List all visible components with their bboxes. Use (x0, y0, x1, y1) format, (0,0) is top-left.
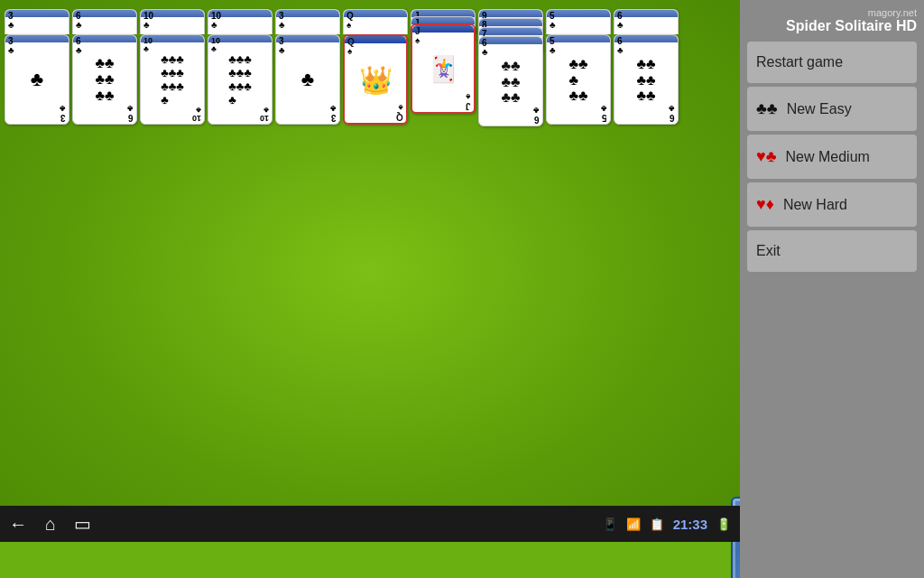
recents-button[interactable]: ▭ (74, 513, 91, 535)
card-column-4[interactable]: 10♣ 10♣ ♣♣♣♣♣♣♣♣♣♣ 10♣ (208, 9, 273, 126)
restart-button[interactable]: Restart game (747, 42, 917, 83)
back-button[interactable]: ← (9, 514, 27, 535)
signal-icon: 📶 (626, 517, 641, 531)
card-full: 5♣ ♣♣♣♣♣ 5♣ (546, 34, 611, 125)
exit-button[interactable]: Exit (747, 230, 917, 272)
clock: 21:33 (673, 517, 707, 532)
hard-icon: ♥♦ (756, 195, 774, 214)
new-easy-button[interactable]: ♣♣ New Easy (747, 87, 917, 131)
restart-label: Restart game (756, 54, 843, 70)
app-title-bar: magory.net Spider Solitaire HD (747, 7, 917, 34)
battery-icon: 🔋 (716, 517, 731, 531)
card-queen: Q♠ 👑 Q♠ (343, 34, 408, 125)
card-peek: 10♣ (208, 9, 273, 34)
card-column-1[interactable]: 3♣ 3♣ ♣ 3♣ (5, 9, 69, 126)
card-full: 10♣ ♣♣♣♣♣♣♣♣♣♣ 10♣ (140, 34, 205, 125)
card-peek: 6♣ (614, 9, 679, 34)
new-medium-label: New Medium (786, 149, 870, 165)
home-button[interactable]: ⌂ (45, 514, 56, 535)
card-full: 3♣ ♣ 3♣ (275, 34, 340, 125)
medium-icon: ♥♣ (756, 147, 777, 166)
card-table: 3♣ 3♣ ♣ 3♣ 6♣ 6♣ ♣♣♣♣♣♣ 6♣ (5, 9, 679, 126)
screen-icon: 📱 (603, 517, 617, 531)
card-peek: 10♣ (140, 9, 205, 34)
new-hard-button[interactable]: ♥♦ New Hard (747, 182, 917, 227)
new-medium-button[interactable]: ♥♣ New Medium (747, 135, 917, 179)
brand-label: magory.net (868, 7, 917, 18)
new-hard-label: New Hard (783, 197, 847, 213)
card-full: 6♣ ♣♣♣♣♣♣ 6♣ (614, 34, 679, 125)
card-peek: 6♣ (72, 9, 137, 34)
card-column-10[interactable]: 6♣ 6♣ ♣♣♣♣♣♣ 6♣ (614, 9, 679, 126)
card-full-6clubs: 6♣ ♣♣♣♣♣♣ 6♣ (478, 36, 543, 126)
easy-icon: ♣♣ (756, 99, 778, 118)
app-title: Spider Solitaire HD (786, 18, 917, 34)
card-peek: 3♣ (5, 9, 69, 34)
card-column-7[interactable]: J♣ J♠ J♠ 🃏 J♠ (411, 9, 476, 126)
right-panel: magory.net Spider Solitaire HD Restart g… (740, 0, 924, 578)
card-jack: J♠ 🃏 J♠ (411, 23, 476, 114)
exit-label: Exit (756, 243, 781, 259)
new-easy-label: New Easy (787, 101, 852, 117)
card-column-5[interactable]: 3♣ 3♣ ♣ 3♣ (275, 9, 340, 126)
card-peek: 5♣ (546, 9, 611, 34)
card-column-6[interactable]: Q♠ Q♠ 👑 Q♠ (343, 9, 408, 126)
card-column-3[interactable]: 10♣ 10♣ ♣♣♣♣♣♣♣♣♣♣ 10♣ (140, 9, 205, 126)
game-area: 3♣ 3♣ ♣ 3♣ 6♣ 6♣ ♣♣♣♣♣♣ 6♣ (0, 0, 740, 542)
bottom-bar: ← ⌂ ▭ 📱 📶 📋 21:33 🔋 (0, 506, 740, 542)
status-icons: 📱 📶 📋 21:33 🔋 (603, 517, 731, 532)
card-full: 6♣ ♣♣♣♣♣♣ 6♣ (72, 34, 137, 125)
card-column-9[interactable]: 5♣ 5♣ ♣♣♣♣♣ 5♣ (546, 9, 611, 126)
sim-icon: 📋 (650, 517, 664, 531)
card-column-8[interactable]: 9♣ 8♣ 7♣ 6♣ ♣♣♣♣♣♣ 6♣ (478, 9, 543, 126)
card-full: 3♣ ♣ 3♣ (5, 34, 69, 125)
card-full: 10♣ ♣♣♣♣♣♣♣♣♣♣ 10♣ (208, 34, 273, 125)
card-peek: Q♠ (343, 9, 408, 34)
card-column-2[interactable]: 6♣ 6♣ ♣♣♣♣♣♣ 6♣ (72, 9, 137, 126)
card-peek: 3♣ (275, 9, 340, 34)
